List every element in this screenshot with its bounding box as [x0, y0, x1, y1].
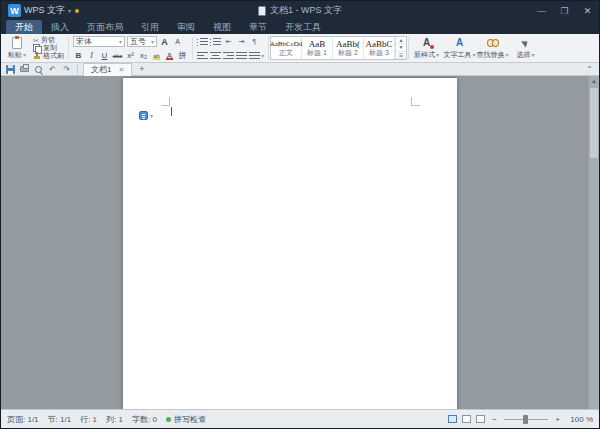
undo-button[interactable]: ↶ [47, 64, 58, 75]
align-center-button[interactable] [210, 50, 221, 61]
chevron-down-icon: ▾ [532, 52, 535, 58]
show-formatting-marks-button[interactable]: ¶ [249, 36, 260, 47]
shrink-font-button[interactable]: A [172, 36, 183, 47]
font-size-value: 五号 [130, 36, 146, 47]
minimize-button[interactable]: — [530, 1, 553, 20]
style-normal[interactable]: AaBbCcDd 正文 [271, 37, 302, 59]
tab-developer[interactable]: 开发工具 [276, 20, 330, 34]
font-size-select[interactable]: 五号 ▾ [127, 36, 157, 47]
outline-view-button[interactable] [476, 415, 485, 423]
new-tab-button[interactable]: + [135, 64, 148, 75]
document-tab-label: 文档1 [91, 64, 111, 75]
justify-button[interactable] [236, 50, 247, 61]
find-replace-button[interactable]: 查找替换▾ [476, 34, 509, 62]
tab-insert[interactable]: 插入 [42, 20, 78, 34]
chevron-down-icon: ▾ [261, 53, 264, 59]
format-painter-button[interactable]: 格式刷 [33, 52, 64, 60]
tab-home[interactable]: 开始 [6, 20, 42, 34]
line-spacing-icon [249, 51, 260, 60]
font-color-button[interactable]: A [164, 50, 175, 61]
page-view-button[interactable] [448, 415, 457, 423]
print-preview-button[interactable] [33, 64, 44, 75]
align-center-icon [210, 51, 221, 60]
strikethrough-button[interactable]: abc [112, 50, 123, 61]
style-preview: AaB [309, 39, 326, 49]
align-left-button[interactable] [197, 50, 208, 61]
underline-button[interactable]: U [99, 50, 110, 61]
styles-gallery-scroll: ▲ ▼ ☰ [395, 37, 406, 59]
scrollbar-thumb[interactable] [590, 88, 598, 158]
increase-indent-button[interactable]: ⇥ [236, 36, 247, 47]
superscript-button[interactable]: x² [125, 50, 136, 61]
collapse-ribbon-icon[interactable]: ⌃ [586, 65, 593, 74]
tab-view[interactable]: 视图 [204, 20, 240, 34]
zoom-slider[interactable] [504, 415, 548, 424]
format-painter-icon [33, 52, 41, 60]
find-replace-label: 查找替换 [477, 50, 505, 60]
redo-button[interactable]: ↷ [61, 64, 72, 75]
vertical-scrollbar[interactable]: ▲ [588, 76, 599, 411]
style-preview: AaBbC [366, 39, 393, 49]
chevron-down-icon: ▾ [68, 8, 71, 14]
font-family-select[interactable]: 宋体 ▾ [73, 36, 125, 47]
gallery-down-icon[interactable]: ▼ [396, 44, 406, 51]
notification-dot-icon [75, 9, 79, 13]
close-tab-icon[interactable]: ✕ [118, 66, 124, 74]
divider [77, 65, 78, 74]
tab-review[interactable]: 审阅 [168, 20, 204, 34]
paste-label: 粘贴 [8, 50, 22, 60]
gallery-more-icon[interactable]: ☰ [396, 52, 406, 59]
select-button[interactable]: 选择▾ [509, 34, 542, 62]
bold-button[interactable]: B [73, 50, 84, 61]
web-view-button[interactable] [462, 415, 471, 423]
spellcheck-status[interactable]: 拼写检查 [166, 414, 206, 425]
spellcheck-label: 拼写检查 [174, 414, 206, 425]
print-icon [20, 66, 29, 72]
document-page[interactable]: ▾ [123, 78, 457, 411]
subscript-button[interactable]: x₂ [138, 50, 149, 61]
zoom-out-button[interactable]: − [490, 415, 499, 424]
decrease-indent-button[interactable]: ⇤ [223, 36, 234, 47]
chevron-down-icon: ▾ [119, 39, 122, 45]
paste-button[interactable]: 粘贴▾ [4, 36, 30, 60]
bullet-list-button[interactable] [197, 36, 208, 47]
numbered-list-button[interactable] [210, 36, 221, 47]
numbered-list-icon [210, 37, 221, 46]
style-label: 标题 1 [307, 49, 327, 57]
align-right-button[interactable] [223, 50, 234, 61]
document-tab[interactable]: 文档1 ✕ [83, 63, 132, 76]
line-spacing-button[interactable]: ▾ [249, 50, 264, 61]
print-button[interactable] [19, 64, 30, 75]
zoom-level-label[interactable]: 100 % [567, 415, 593, 424]
status-section: 节: 1/1 [48, 414, 72, 425]
style-heading-3[interactable]: AaBbC 标题 3 [364, 37, 395, 59]
print-preview-icon [35, 66, 42, 73]
paragraph-group: ⇤ ⇥ ¶ ▾ [194, 34, 267, 62]
font-group: 宋体 ▾ 五号 ▾ A A B I U abc x² x₂ ab A 拼 [70, 34, 191, 62]
maximize-button[interactable]: ❐ [553, 1, 576, 20]
save-button[interactable] [5, 64, 16, 75]
tab-references[interactable]: 引用 [132, 20, 168, 34]
italic-button[interactable]: I [86, 50, 97, 61]
close-button[interactable]: ✕ [576, 1, 599, 20]
zoom-slider-thumb[interactable] [523, 415, 528, 424]
wps-window: W WPS 文字 ▾ 文档1 - WPS 文字 — ❐ ✕ 开始 插入 页面布局… [0, 0, 600, 429]
style-heading-1[interactable]: AaB 标题 1 [302, 37, 333, 59]
zoom-in-button[interactable]: + [553, 415, 562, 424]
tab-section[interactable]: 章节 [240, 20, 276, 34]
pinyin-button[interactable]: 拼 [177, 50, 188, 61]
clipboard-group: 粘贴▾ ✂ 剪切 复制 格式刷 [1, 34, 67, 62]
text-tool-button[interactable]: A 文字工具▾ [443, 34, 476, 62]
tab-page-layout[interactable]: 页面布局 [78, 20, 132, 34]
titlebar: W WPS 文字 ▾ 文档1 - WPS 文字 — ❐ ✕ [1, 1, 599, 20]
bullet-list-icon [197, 37, 208, 46]
scroll-up-icon[interactable]: ▲ [589, 76, 599, 87]
quick-access-bar: ↶ ↷ 文档1 ✕ + ⌃ [1, 63, 599, 76]
highlight-color-button[interactable]: ab [151, 50, 162, 61]
grow-font-button[interactable]: A [159, 36, 170, 47]
style-heading-2[interactable]: AaBb( 标题 2 [333, 37, 364, 59]
gallery-up-icon[interactable]: ▲ [396, 37, 406, 44]
new-style-button[interactable]: A 新样式▾ [410, 34, 443, 62]
paragraph-layout-button[interactable]: ▾ [139, 111, 153, 120]
wps-menu-button[interactable]: W WPS 文字 ▾ [1, 1, 86, 20]
